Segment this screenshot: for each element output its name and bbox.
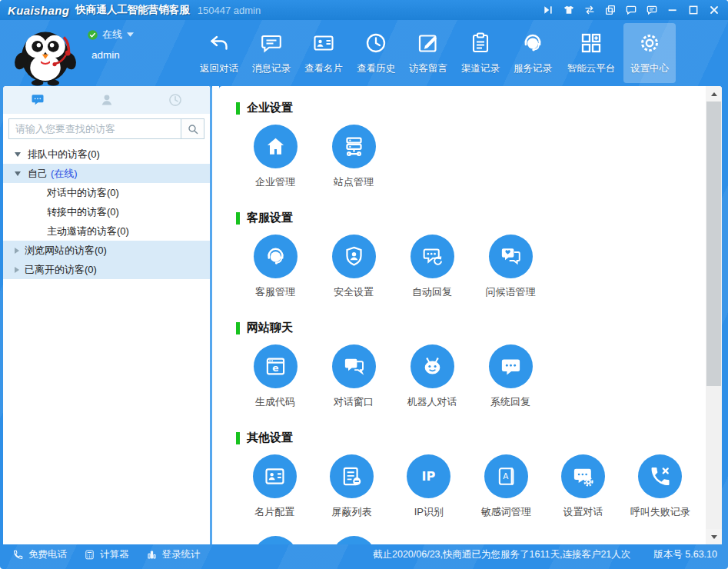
- chat-icon: [30, 92, 45, 108]
- sidebar-tab-colleagues[interactable]: [72, 86, 141, 114]
- chat-heart-icon: [499, 245, 523, 268]
- settings-item-label: 系统回复: [490, 395, 530, 409]
- settings-item-sensitive-words[interactable]: A敏感词管理: [467, 454, 544, 519]
- phone-fail-icon: [648, 464, 672, 488]
- id-card-icon: [263, 464, 287, 488]
- settings-item-security-settings[interactable]: 安全设置: [314, 235, 393, 299]
- settings-item-circle: [254, 536, 298, 544]
- feedback-button[interactable]: [646, 4, 658, 16]
- pin-to-side-button[interactable]: [542, 4, 554, 16]
- statusbar-tool-label: 计算器: [100, 548, 129, 561]
- tree-row-label: 已离开的访客(0): [25, 263, 97, 277]
- settings-item-generate-code[interactable]: e生成代码: [236, 344, 314, 409]
- toolbar-button-label: 查看历史: [357, 62, 395, 75]
- tree-row[interactable]: 浏览网站的访客(0): [3, 241, 210, 260]
- statusbar-login-stats-button[interactable]: 登录统计: [146, 548, 201, 561]
- tree-row[interactable]: 转接中的访客(0): [3, 202, 210, 221]
- house-icon: [264, 135, 288, 158]
- windows-button[interactable]: [604, 4, 617, 16]
- scrollbar[interactable]: [706, 86, 722, 544]
- close-button[interactable]: [708, 4, 720, 16]
- tree-row[interactable]: 自己(在线): [3, 164, 210, 183]
- settings-item-failed-calls[interactable]: 呼叫失败记录: [622, 454, 699, 519]
- settings-item-chat-settings[interactable]: 设置对话: [544, 454, 621, 519]
- settings-item-circle: [489, 344, 533, 388]
- leave-msg-icon: [416, 31, 440, 55]
- toolbar-button-service-record[interactable]: 服务记录: [507, 23, 559, 83]
- settings-item-circle: [638, 454, 682, 498]
- toolbar-button-settings-center[interactable]: 设置中心: [623, 23, 676, 83]
- statusbar-calculator-button[interactable]: 计算器: [84, 548, 129, 561]
- toolbar-nav: 返回对话消息记录查看名片查看历史访客留言渠道记录服务记录智能云平台设置中心: [193, 23, 725, 83]
- search-button[interactable]: [181, 119, 204, 138]
- settings-item-site-management[interactable]: 站点管理: [314, 125, 393, 189]
- sidebar-tab-history[interactable]: [141, 86, 210, 114]
- tree-row[interactable]: 排队中的访客(0): [3, 145, 210, 164]
- toolbar-button-label: 消息记录: [252, 62, 291, 75]
- message-icon: [625, 4, 637, 16]
- settings-item-ip-recognition[interactable]: IPIP识别: [391, 454, 467, 519]
- settings-item-label: IP识别: [414, 505, 444, 519]
- scroll-down-button[interactable]: [706, 529, 722, 544]
- switch-button[interactable]: [583, 4, 596, 16]
- section-bar-icon: [236, 322, 240, 334]
- partial-items-row: [236, 536, 699, 544]
- settings-item-auto-reply[interactable]: 自动回复: [393, 235, 471, 299]
- settings-item-label: 安全设置: [334, 285, 374, 299]
- settings-item-system-reply[interactable]: 系统回复: [471, 344, 550, 409]
- clock-icon: [168, 92, 183, 108]
- toolbar-button-view-card[interactable]: 查看名片: [298, 23, 350, 83]
- chevron-down-icon: [127, 32, 134, 37]
- settings-item-block-list[interactable]: 屏蔽列表: [313, 454, 390, 519]
- stats-icon: [146, 549, 158, 561]
- panel-divider: [212, 86, 219, 544]
- tree-row-label: 排队中的访客(0): [28, 148, 100, 161]
- toolbar-button-view-history[interactable]: 查看历史: [350, 23, 402, 83]
- settings-item-robot-chat[interactable]: 机器人对话: [393, 344, 471, 409]
- settings-item-card-config[interactable]: 名片配置: [236, 454, 313, 519]
- tree-row-label: 自己: [28, 167, 48, 181]
- statusbar-tool-label: 免费电话: [28, 548, 67, 561]
- feedback-icon: [646, 4, 658, 16]
- sidebar-tab-visitors[interactable]: [3, 86, 72, 114]
- tree-row-label: 主动邀请的访客(0): [47, 225, 129, 238]
- toolbar-button-message-history[interactable]: 消息记录: [245, 23, 298, 83]
- tree-row[interactable]: 主动邀请的访客(0): [3, 221, 210, 241]
- message-button[interactable]: [625, 4, 637, 16]
- card-icon: [311, 31, 336, 55]
- scroll-up-button[interactable]: [706, 86, 722, 101]
- settings-item-greeting-management[interactable]: 问候语管理: [471, 235, 550, 299]
- statusbar-free-call-button[interactable]: 免费电话: [12, 548, 67, 561]
- chat-dots-icon: [499, 354, 523, 378]
- minimize-button[interactable]: [667, 4, 679, 16]
- toolbar-button-cloud-platform[interactable]: 智能云平台: [559, 23, 623, 83]
- settings-item-circle: [332, 235, 376, 278]
- settings-item-label: 设置对话: [563, 505, 603, 519]
- account-id: 150447 admin: [198, 5, 261, 16]
- settings-item-enterprise-management[interactable]: 企业管理: [236, 125, 314, 189]
- browser-code-icon: e: [264, 354, 288, 378]
- search-input[interactable]: [9, 119, 181, 138]
- settings-item-filter[interactable]: [236, 536, 314, 544]
- settings-item-agent-management[interactable]: 客服管理: [236, 235, 314, 299]
- toolbar-button-return-chat[interactable]: 返回对话: [193, 23, 245, 83]
- settings-item-circle: [332, 125, 376, 168]
- site-icon: [342, 135, 366, 158]
- theme-button[interactable]: [563, 4, 575, 16]
- settings-item-circle: e: [254, 344, 298, 388]
- main-toolbar: 在线 admin 返回对话消息记录查看名片查看历史访客留言渠道记录服务记录智能云…: [0, 20, 728, 86]
- section-title-text: 客服设置: [247, 211, 293, 225]
- penguin-avatar[interactable]: [6, 20, 85, 86]
- settings-item-location[interactable]: [314, 536, 393, 544]
- toolbar-button-visitor-message[interactable]: 访客留言: [402, 23, 454, 83]
- app-title: 快商通人工智能营销客服: [75, 3, 190, 17]
- settings-item-chat-window[interactable]: 对话窗口: [314, 344, 393, 409]
- tree-row[interactable]: 对话中的访客(0): [3, 183, 210, 202]
- maximize-button[interactable]: [687, 4, 700, 16]
- toolbar-button-channel-record[interactable]: 渠道记录: [454, 23, 507, 83]
- scrollbar-thumb[interactable]: [706, 101, 721, 386]
- tree-row[interactable]: 已离开的访客(0): [3, 260, 210, 279]
- window-body: 排队中的访客(0)自己(在线)对话中的访客(0)转接中的访客(0)主动邀请的访客…: [3, 86, 722, 544]
- online-status-icon: [87, 29, 98, 41]
- status-selector[interactable]: 在线: [87, 28, 134, 42]
